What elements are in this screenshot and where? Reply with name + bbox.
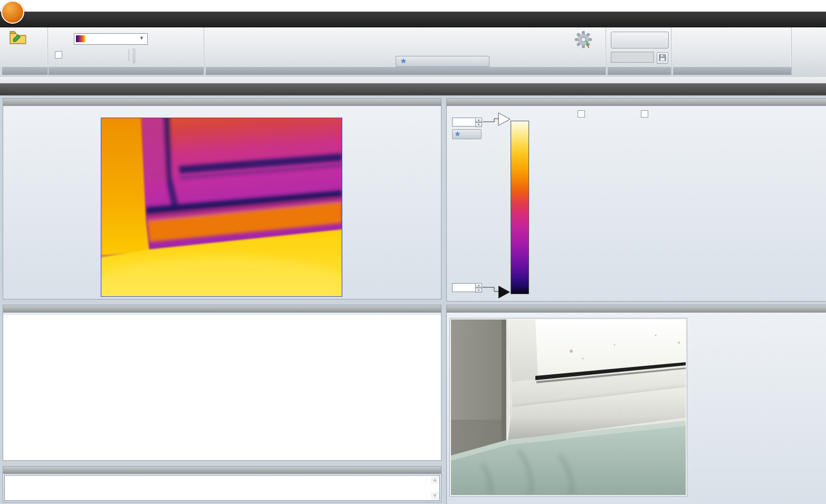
scale-pointers: [447, 106, 515, 300]
title-bar: [0, 0, 826, 12]
testo-logo: [1, 1, 24, 24]
thermogram-image[interactable]: [101, 118, 342, 297]
photo-panel-title: [447, 305, 826, 313]
scaleassist-button[interactable]: ★: [396, 56, 489, 67]
histogram-checkbox[interactable]: [55, 51, 62, 59]
real-image-graphic: [451, 319, 686, 495]
marks-panel: [3, 305, 441, 461]
pruvodci-buttons: [673, 28, 791, 66]
open-folder-icon: [9, 30, 27, 44]
menu-bar: [0, 12, 826, 27]
real-image[interactable]: [450, 318, 687, 496]
group-label-pruvodci: [673, 67, 791, 75]
limits-checkbox[interactable]: [578, 110, 585, 118]
photo-toolbar: [447, 313, 826, 314]
scale-min-input[interactable]: [452, 283, 477, 292]
note-panel: ▲ ▼: [3, 466, 441, 502]
ribbon-group-parametr: ★: [206, 27, 606, 76]
termogram-panel-title: [3, 99, 441, 106]
note-panel-title: [3, 467, 441, 474]
ribbon: ▼ ★: [0, 27, 826, 77]
ribbon-group-pruvodci: [673, 27, 792, 76]
minimize-button[interactable]: [775, 0, 791, 11]
audio-progress: [611, 52, 654, 63]
group-label-audio: [608, 67, 671, 75]
ribbon-group-soubor: [2, 27, 48, 76]
scale-panel: ▲▼ ★ ▲▼: [446, 98, 826, 302]
group-label-soubor: [2, 67, 47, 75]
document-tab-bar: [0, 83, 826, 95]
photo-panel: [446, 305, 826, 504]
termogram-toolbar: [3, 106, 441, 107]
scroll-up-icon[interactable]: ▲: [431, 476, 439, 484]
scroll-down-icon[interactable]: ▼: [431, 492, 439, 500]
group-label-barvy: [49, 67, 204, 75]
thermogram-graphic: [101, 118, 342, 297]
audio-transport: [611, 32, 669, 49]
gear-icon: [573, 30, 593, 50]
ribbon-group-audio: [608, 27, 671, 76]
note-textarea[interactable]: ▲ ▼: [4, 475, 440, 501]
isotherms-checkbox[interactable]: [641, 110, 648, 118]
divider: [129, 50, 129, 61]
marks-toolbar: [3, 313, 441, 315]
marks-panel-title: [3, 305, 441, 313]
open-button[interactable]: [5, 30, 31, 65]
paleta-swatch-icon: [76, 35, 85, 42]
barvy-icon-buttons: [133, 49, 135, 63]
paleta-caret-icon: ▼: [139, 35, 144, 41]
scaleassist-star-icon: ★: [400, 57, 407, 65]
scale-min-spinner[interactable]: ▲▼: [475, 283, 482, 292]
ribbon-group-barvy: ▼: [49, 27, 204, 76]
temperature-colorbar: [511, 121, 529, 294]
audio-save-button[interactable]: [657, 52, 668, 64]
group-label-parametr: [206, 67, 606, 75]
ribbon-tab-gap: [0, 77, 826, 83]
scale-panel-title: [447, 99, 826, 106]
paleta-dropdown[interactable]: ▼: [74, 33, 148, 45]
termogram-panel: [3, 98, 441, 299]
